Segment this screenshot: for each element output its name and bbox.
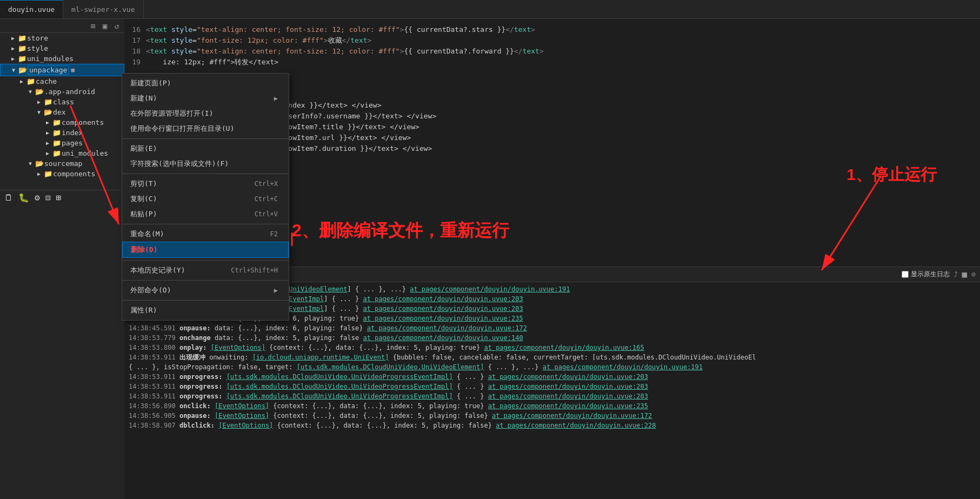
sidebar-actions: 🗒 🐛 ⚙ ⊡ ⊞ xyxy=(0,190,124,205)
folder-icon-index: 📁 xyxy=(52,129,62,137)
raw-log-check[interactable] xyxy=(902,271,909,278)
menu-external-cmd-label: 外部命令(O) xyxy=(130,285,171,295)
log-line-14: 14:38:58.907 dblclick: [EventOptions] {c… xyxy=(129,421,976,430)
settings-icon[interactable]: ⚙ xyxy=(35,192,40,203)
clear-icon[interactable]: ⊘ xyxy=(971,270,976,278)
menu-search[interactable]: 字符搜索(选中目录或文件)(F) xyxy=(122,156,289,171)
tree-item-class[interactable]: ▶ 📁 class xyxy=(0,97,124,107)
menu-sep-1 xyxy=(122,138,289,139)
folder-icon-components2: 📁 xyxy=(43,170,53,178)
tree-arrow-index: ▶ xyxy=(43,130,52,136)
menu-delete[interactable]: 删除(D) xyxy=(122,242,289,258)
tree-item-store[interactable]: ▶ 📁 store xyxy=(0,33,124,43)
new-file-icon[interactable]: ⊞ xyxy=(89,22,97,30)
tab-swiper[interactable]: ml-swiper-x.vue xyxy=(63,0,143,18)
code-line-16: 16 <text style="text-align: center; font… xyxy=(124,24,980,35)
menu-copy-shortcut: Ctrl+C xyxy=(255,195,278,203)
code-line-18: 18 <text style="text-align: center; font… xyxy=(124,46,980,57)
export-icon[interactable]: ⤴ xyxy=(954,270,958,278)
menu-paste-shortcut: Ctrl+V xyxy=(255,210,278,218)
tree-arrow-components2: ▶ xyxy=(35,171,43,177)
tree-label-uni-modules: uni_modules xyxy=(27,55,74,63)
tree-item-dex[interactable]: ▼ 📂 dex xyxy=(0,107,124,117)
tree-arrow-class: ▶ xyxy=(35,99,43,105)
tree-item-uni-modules[interactable]: ▶ 📁 uni_modules xyxy=(0,54,124,64)
menu-rename[interactable]: 重命名(M) F2 xyxy=(122,227,289,242)
tab-douyin[interactable]: douyin.uvue xyxy=(0,0,63,18)
tree-label-class: class xyxy=(53,98,74,106)
menu-cut[interactable]: 剪切(T) Ctrl+X xyxy=(122,176,289,191)
menu-history[interactable]: 本地历史记录(Y) Ctrl+Shift+H xyxy=(122,263,289,278)
tree-item-components2[interactable]: ▶ 📁 components xyxy=(0,169,124,179)
bug-icon[interactable]: 🐛 xyxy=(18,192,29,203)
tree-label-style: style xyxy=(27,44,48,52)
menu-open-cmd[interactable]: 使用命令行窗口打开所在目录(U) xyxy=(122,121,289,136)
menu-refresh[interactable]: 刷新(E) xyxy=(122,141,289,156)
menu-new-page[interactable]: 新建页面(P) xyxy=(122,76,289,91)
folder-icon-dex: 📂 xyxy=(43,108,53,116)
tree-arrow-dex: ▼ xyxy=(35,109,43,115)
stop-icon[interactable]: ■ xyxy=(962,269,968,280)
menu-external-arrow: ▶ xyxy=(274,287,278,294)
tree-item-sourcemap[interactable]: ▼ 📂 sourcemap xyxy=(0,158,124,169)
tree-arrow-uni-modules2: ▶ xyxy=(43,150,52,156)
tree-item-components[interactable]: ▶ 📁 components xyxy=(0,117,124,128)
tree-arrow-cache: ▶ xyxy=(17,78,26,84)
log-line-11: 14:38:53.911 onprogress: [uts.sdk.module… xyxy=(129,391,976,401)
tree-item-pages[interactable]: ▶ 📁 pages xyxy=(0,138,124,148)
tree-item-unpackage[interactable]: ▼ 📂 unpackage ■ xyxy=(0,64,124,76)
console-actions: 显示原生日志 ⤴ ■ ⊘ xyxy=(902,269,976,280)
folder-icon-class: 📁 xyxy=(43,98,53,106)
menu-open-external[interactable]: 在外部资源管理器打开(I) xyxy=(122,106,289,121)
show-raw-log-checkbox[interactable]: 显示原生日志 xyxy=(902,270,950,279)
menu-copy-label: 复制(C) xyxy=(130,194,157,204)
log-line-4: 14:38:45.591 onpause: data: {...}, index… xyxy=(129,323,976,333)
tree-label-app-android: .app-android xyxy=(44,88,95,96)
tree-arrow-store: ▶ xyxy=(9,35,17,41)
folder-icon-uni-modules2: 📁 xyxy=(52,149,62,157)
log-line-13: 14:38:56.905 onpause: [EventOptions] {co… xyxy=(129,411,976,421)
menu-properties[interactable]: 属性(R) xyxy=(122,303,289,318)
sidebar: ⊞ ▣ ↺ ▶ 📁 store ▶ 📁 style ▶ 📁 xyxy=(0,19,124,499)
delete-indicator: ■ xyxy=(71,66,75,74)
refresh-icon[interactable]: ↺ xyxy=(112,22,121,30)
tab-swiper-label: ml-swiper-x.vue xyxy=(71,5,135,14)
log-line-6: 14:38:53.800 onplay: [EventOptions] {con… xyxy=(129,343,976,352)
tree-item-index[interactable]: ▶ 📁 index xyxy=(0,128,124,138)
tree-label-components2: components xyxy=(53,170,95,178)
tree-item-style[interactable]: ▶ 📁 style xyxy=(0,43,124,54)
tree-label-index: index xyxy=(62,129,83,137)
menu-external-cmd[interactable]: 外部命令(O) ▶ xyxy=(122,283,289,298)
folder-icon-components: 📁 xyxy=(52,118,62,127)
log-line-9: 14:38:53.911 onprogress: [uts.sdk.module… xyxy=(129,372,976,382)
monitor-icon[interactable]: ⊞ xyxy=(56,192,61,203)
console-icon[interactable]: ⊡ xyxy=(45,192,51,203)
file-action-icon[interactable]: 🗒 xyxy=(4,192,13,203)
tree-label-cache: cache xyxy=(36,77,57,85)
folder-icon-pages: 📁 xyxy=(52,139,62,147)
raw-log-label: 显示原生日志 xyxy=(911,270,950,279)
tree-item-cache[interactable]: ▶ 📁 cache xyxy=(0,76,124,87)
log-line-12: 14:38:56.890 onclick: [EventOptions] {co… xyxy=(129,401,976,411)
log-line-8: { ... }, isStopPropagation: false, targe… xyxy=(129,362,976,372)
tree-item-app-android[interactable]: ▼ 📂 .app-android xyxy=(0,87,124,97)
app-container: douyin.uvue ml-swiper-x.vue ⊞ ▣ ↺ ▶ 📁 st… xyxy=(0,0,980,499)
folder-icon-uni-modules: 📁 xyxy=(17,55,27,63)
tab-douyin-label: douyin.uvue xyxy=(8,5,55,14)
new-folder-icon[interactable]: ▣ xyxy=(101,22,109,30)
tab-bar: douyin.uvue ml-swiper-x.vue xyxy=(0,0,980,19)
tree-arrow-sourcemap: ▼ xyxy=(26,161,35,167)
folder-icon-style: 📁 xyxy=(17,44,27,52)
menu-new[interactable]: 新建(N) ▶ xyxy=(122,91,289,106)
main-layout: ⊞ ▣ ↺ ▶ 📁 store ▶ 📁 style ▶ 📁 xyxy=(0,19,980,499)
menu-open-external-label: 在外部资源管理器打开(I) xyxy=(130,109,213,118)
code-line-19: 19 ize: 12px; #fff">转发</text> xyxy=(124,57,980,68)
menu-new-label: 新建(N) xyxy=(130,94,157,103)
tree-item-uni-modules2[interactable]: ▶ 📁 uni_modules xyxy=(0,148,124,158)
menu-copy[interactable]: 复制(C) Ctrl+C xyxy=(122,191,289,207)
menu-paste[interactable]: 粘贴(P) Ctrl+V xyxy=(122,207,289,222)
tree-arrow-pages: ▶ xyxy=(43,140,52,146)
folder-icon-app-android: 📂 xyxy=(35,88,44,96)
tree-arrow-components: ▶ xyxy=(43,119,52,125)
menu-paste-label: 粘贴(P) xyxy=(130,209,157,219)
